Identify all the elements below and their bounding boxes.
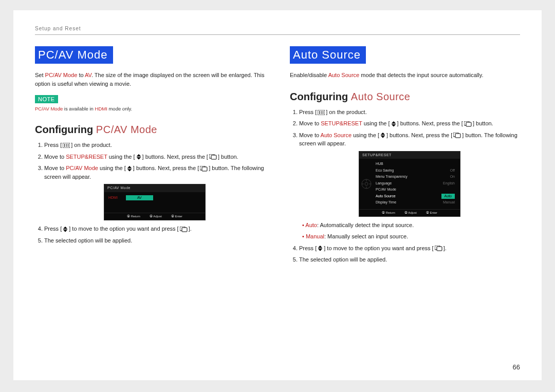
heading-pcav: PC/AV Mode <box>35 46 113 64</box>
enter-icon <box>180 227 188 232</box>
steps-pcav: Press [] on the product. Move to SETUP&R… <box>35 141 265 245</box>
updown-icon <box>136 154 141 160</box>
steps-autosource: Press [] on the product. Move to SETUP&R… <box>290 108 520 264</box>
step-2: Move to SETUP&RESET using the [] buttons… <box>299 119 520 128</box>
note-text: PC/AV Mode is available in HDMI mode onl… <box>35 105 265 113</box>
option-bullets: Auto: Automatically detect the input sou… <box>299 221 520 241</box>
heading-autosource: Auto Source <box>290 46 366 64</box>
note-tag: NOTE <box>35 95 58 103</box>
updown-icon <box>391 121 396 127</box>
intro-autosource: Enable/disable Auto Source mode that det… <box>290 71 520 80</box>
step-5: The selected option will be applied. <box>44 236 265 245</box>
updown-icon <box>127 166 132 172</box>
step-4: Press [] to move to the option you want … <box>299 244 520 253</box>
step-3: Move to Auto Source using the [] buttons… <box>299 131 520 241</box>
step-2: Move to SETUP&RESET using the [] buttons… <box>44 153 265 161</box>
manual-page: Setup and Reset PC/AV Mode Set PC/AV Mod… <box>13 10 542 380</box>
osd-screenshot-pcav: PC/AV Mode HDMI AV Return Adjust Enter <box>104 184 206 220</box>
enter-icon <box>453 133 461 138</box>
step-1: Press [] on the product. <box>44 141 265 150</box>
intro-pcav: Set PC/AV Mode to AV. The size of the im… <box>35 71 265 88</box>
step-3: Move to PC/AV Mode using the [] buttons.… <box>44 164 265 220</box>
page-number: 66 <box>513 363 520 371</box>
enter-icon <box>435 246 442 251</box>
column-left: PC/AV Mode Set PC/AV Mode to AV. The siz… <box>35 46 265 267</box>
step-4: Press [] to move to the option you want … <box>44 225 265 233</box>
enter-icon <box>209 154 217 160</box>
menu-icon <box>63 143 70 148</box>
column-right: Auto Source Enable/disable Auto Source m… <box>290 46 520 267</box>
updown-icon <box>318 246 323 251</box>
section-header: Setup and Reset <box>35 26 520 35</box>
subhead-pcav: Configuring PC/AV Mode <box>35 124 265 136</box>
step-1: Press [] on the product. <box>299 108 520 117</box>
subhead-autosource: Configuring Auto Source <box>290 91 520 103</box>
osd-screenshot-autosource: SETUP&RESET HUB Eco SavingOff Menu Trans… <box>359 151 460 217</box>
updown-icon <box>380 133 385 138</box>
updown-icon <box>63 227 68 232</box>
enter-icon <box>464 121 472 127</box>
menu-icon <box>318 110 325 115</box>
enter-icon <box>200 166 208 172</box>
step-5: The selected option will be applied. <box>299 255 520 264</box>
